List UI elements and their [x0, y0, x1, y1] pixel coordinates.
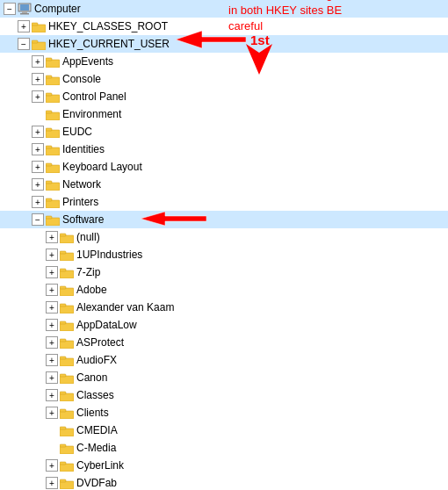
svg-rect-30 [60, 235, 74, 243]
expander-hkcu[interactable] [18, 38, 30, 50]
expander-hkcr[interactable] [18, 20, 30, 32]
svg-rect-36 [60, 288, 74, 296]
item-label: Classes [76, 389, 114, 401]
item-label: Printers [62, 196, 98, 208]
expander-console[interactable] [32, 73, 44, 85]
folder-icon [46, 126, 60, 138]
expander-dvdfab[interactable] [46, 477, 58, 489]
folder-icon-software [46, 214, 60, 226]
tree-item-7zip[interactable]: 7-Zip [0, 263, 448, 281]
svg-rect-33 [60, 251, 66, 254]
tree-item-audiofx[interactable]: AudioFX [0, 351, 448, 369]
svg-rect-12 [46, 76, 52, 78]
item-label: C-Media [76, 442, 116, 454]
tree-item-software[interactable]: Software [0, 211, 448, 228]
svg-rect-31 [60, 234, 66, 236]
folder-icon [60, 232, 74, 243]
tree-item-classes[interactable]: Classes [0, 386, 448, 404]
tree-item-cyberlink[interactable]: CyberLink [0, 457, 448, 474]
expander-software[interactable] [32, 213, 44, 226]
tree-item-appdatalow[interactable]: AppDataLow [0, 316, 448, 334]
svg-rect-11 [46, 77, 60, 85]
svg-rect-55 [60, 446, 74, 454]
tree-panel[interactable]: Computer HKEY_CLASSES_ROOT HKEY_CURRENT_… [0, 0, 448, 490]
tree-item-printers[interactable]: Printers [0, 193, 448, 211]
tree-item-cmedia-cap[interactable]: CMEDIA [0, 422, 448, 439]
folder-icon [46, 144, 60, 155]
item-label: (null) [76, 231, 100, 243]
expander-computer[interactable] [4, 3, 16, 15]
item-label: EUDC [62, 126, 92, 138]
svg-rect-48 [60, 374, 66, 377]
item-label-hkcu: HKEY_CURRENT_USER [48, 38, 170, 50]
expander-1up[interactable] [46, 249, 58, 261]
svg-rect-50 [60, 392, 66, 394]
svg-rect-20 [46, 146, 52, 148]
computer-icon [18, 3, 32, 15]
tree-item-environment[interactable]: Environment [0, 105, 448, 123]
expander-cyberlink[interactable] [46, 459, 58, 472]
expander-cp[interactable] [32, 90, 44, 103]
expander-appevents[interactable] [32, 55, 44, 68]
svg-rect-59 [60, 481, 74, 489]
expander-printers[interactable] [32, 196, 44, 208]
svg-rect-27 [46, 218, 60, 226]
svg-rect-3 [20, 13, 29, 15]
expander-eudc[interactable] [32, 126, 44, 138]
expander-adl[interactable] [46, 319, 58, 331]
svg-rect-25 [46, 200, 60, 208]
expander-afx[interactable] [46, 354, 58, 366]
expander-classes[interactable] [46, 389, 58, 401]
tree-item-clients[interactable]: Clients [0, 404, 448, 422]
tree-item-appevents[interactable]: AppEvents [0, 53, 448, 70]
svg-rect-6 [32, 42, 46, 50]
folder-icon [46, 56, 60, 68]
item-label: CyberLink [76, 459, 124, 472]
svg-rect-35 [60, 269, 66, 271]
svg-rect-60 [60, 479, 66, 482]
expander-cmedia2 [46, 442, 58, 454]
tree-item-1upindustries[interactable]: 1UPIndustries then down the listings in … [0, 246, 448, 263]
folder-icon [60, 478, 74, 489]
folder-icon [60, 355, 74, 366]
expander-adobe[interactable] [46, 284, 58, 296]
svg-rect-5 [32, 23, 38, 25]
expander-canon[interactable] [46, 371, 58, 384]
svg-rect-51 [60, 411, 74, 419]
expander-clients[interactable] [46, 407, 58, 419]
tree-item-hkcu[interactable]: HKEY_CURRENT_USER 1st [0, 35, 448, 53]
tree-item-eudc[interactable]: EUDC [0, 123, 448, 141]
tree-item-identities[interactable]: Identities [0, 141, 448, 158]
expander-kl[interactable] [32, 161, 44, 173]
expander-7zip[interactable] [46, 266, 58, 278]
tree-item-asprotect[interactable]: ASProtect [0, 334, 448, 351]
svg-rect-52 [60, 409, 66, 412]
expander-alex[interactable] [46, 301, 58, 313]
expander-null[interactable] [46, 231, 58, 243]
item-label: Alexander van Kaam [76, 301, 174, 313]
tree-item-console[interactable]: Console [0, 70, 448, 88]
tree-item-network[interactable]: Network [0, 176, 448, 193]
tree-item-cmedia[interactable]: C-Media [0, 439, 448, 457]
svg-rect-49 [60, 393, 74, 401]
tree-item-control-panel[interactable]: Control Panel [0, 88, 448, 105]
folder-icon [60, 285, 74, 296]
tree-item-dvdfab[interactable]: DVDFab [0, 474, 448, 490]
folder-icon [46, 179, 60, 191]
expander-asp[interactable] [46, 336, 58, 349]
tree-item-null[interactable]: (null) [0, 228, 448, 246]
expander-id[interactable] [32, 143, 44, 155]
tree-item-keyboard-layout[interactable]: Keyboard Layout 2nd [0, 158, 448, 176]
svg-rect-45 [60, 358, 74, 366]
svg-rect-23 [46, 183, 60, 191]
tree-item-computer[interactable]: Computer [0, 0, 448, 18]
folder-icon [32, 21, 46, 32]
tree-item-alexander[interactable]: Alexander van Kaam [0, 299, 448, 316]
item-label: Canon [76, 371, 107, 384]
tree-item-adobe[interactable]: Adobe [0, 281, 448, 299]
item-label-keyboard-layout: Keyboard Layout [62, 161, 142, 173]
expander-net[interactable] [32, 178, 44, 191]
expander-cmedia [46, 424, 58, 436]
svg-rect-43 [60, 341, 74, 349]
tree-item-canon[interactable]: Canon [0, 369, 448, 386]
